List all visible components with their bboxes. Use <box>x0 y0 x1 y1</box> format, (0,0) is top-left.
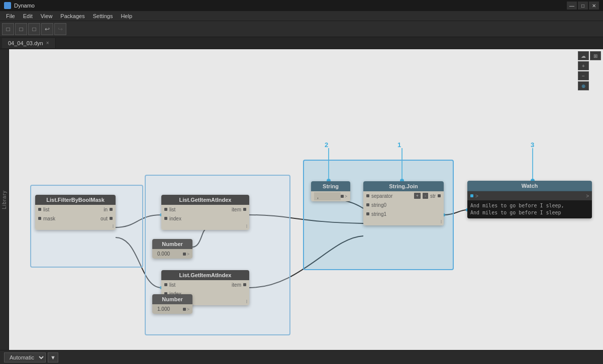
toolbar-save[interactable]: □ <box>28 23 40 35</box>
port-watch-in <box>470 194 473 197</box>
tab-bar: 04_04_03.dyn × <box>0 37 603 49</box>
window-controls[interactable]: — □ ✕ <box>567 2 599 10</box>
minimize-button[interactable]: — <box>567 2 577 10</box>
string-value[interactable]: , <box>314 192 341 200</box>
filter-footer: l <box>35 223 116 230</box>
canvas-zoom-in[interactable]: + <box>578 61 589 70</box>
string-value-row: , > <box>311 191 350 201</box>
index-2: 2 <box>325 141 328 149</box>
close-button[interactable]: ✕ <box>589 2 599 10</box>
stringjoin-s0-row: string0 <box>363 200 444 209</box>
stringjoin-plus-btn[interactable]: + <box>414 193 421 199</box>
stringjoin-sep-row: separator + - str <box>363 191 444 200</box>
number2-value[interactable]: 1.000 <box>155 305 183 313</box>
getitem1-list-in: list <box>164 207 175 212</box>
watch-out-arrow: > <box>586 193 589 199</box>
watch-out: > <box>586 193 589 199</box>
getitem1-row-index: index <box>161 214 249 223</box>
menu-settings[interactable]: Settings <box>89 12 117 20</box>
main-layout: Library ☁ ⊞ + − ⊕ <box>0 49 603 350</box>
canvas-fit[interactable]: ⊕ <box>578 81 589 90</box>
app-title: Dynamo <box>14 3 35 9</box>
menu-edit[interactable]: Edit <box>19 12 37 20</box>
stringjoin-s1-row: string1 <box>363 209 444 218</box>
getitem2-list-label: list <box>169 282 175 288</box>
toolbar-redo[interactable]: ↪ <box>54 23 66 35</box>
toolbar-open[interactable]: □ <box>15 23 27 35</box>
menu-help[interactable]: Help <box>117 12 136 20</box>
number1-body: 0.000 > <box>152 249 192 259</box>
canvas-controls: ☁ ⊞ + − ⊕ <box>578 51 601 90</box>
port-filter-mask-in <box>38 217 41 220</box>
node-filter-body: list in mask out <box>35 205 116 230</box>
stringjoin-s1-in: string1 <box>366 211 386 217</box>
stringjoin-header: String.Join <box>363 181 444 191</box>
getitem1-item-out: item <box>232 207 246 212</box>
number1-value[interactable]: 0.000 <box>155 250 183 258</box>
toolbar-undo[interactable]: ↩ <box>41 23 53 35</box>
getitem1-footer: l <box>161 223 249 230</box>
filter-list-label: list <box>43 207 49 212</box>
title-bar: Dynamo — □ ✕ <box>0 0 603 11</box>
filter-mask-label: mask <box>43 216 55 221</box>
maximize-button[interactable]: □ <box>578 2 588 10</box>
string-body: , > <box>311 191 350 201</box>
filter-input-mask: mask <box>38 216 55 221</box>
stringjoin-str-out: + - str <box>414 193 441 199</box>
filter-in-label: in <box>104 207 108 212</box>
stringjoin-body: separator + - str string0 <box>363 191 444 225</box>
node-number-1[interactable]: Number 0.000 > <box>152 239 192 259</box>
getitem2-row-list: list item <box>161 280 249 289</box>
menu-view[interactable]: View <box>37 12 57 20</box>
getitem2-item-out: item <box>232 282 246 288</box>
run-mode-dropdown[interactable]: Automatic <box>4 352 46 362</box>
getitem2-item-label: item <box>232 282 241 288</box>
filter-row-mask: mask out <box>35 214 116 223</box>
filter-out-label: out <box>100 216 108 221</box>
node-number-2[interactable]: Number 1.000 > <box>152 294 192 314</box>
menu-packages[interactable]: Packages <box>56 12 88 20</box>
tab-label: 04_04_03.dyn <box>8 40 43 46</box>
tab-main[interactable]: 04_04_03.dyn × <box>2 38 56 48</box>
port-filter-in-out <box>110 208 113 211</box>
stringjoin-minus-btn[interactable]: - <box>423 193 428 199</box>
port-stringjoin-str <box>438 194 441 197</box>
getitem1-index-in: index <box>164 216 181 221</box>
canvas[interactable]: ☁ ⊞ + − ⊕ <box>9 49 603 350</box>
number1-arrow[interactable]: > <box>187 252 189 257</box>
status-bar: Automatic ▼ <box>0 350 603 364</box>
node-watch[interactable]: Watch > > And miles to go before I sleep… <box>467 181 592 218</box>
port-stringjoin-s0 <box>366 203 369 206</box>
node-stringjoin[interactable]: String.Join separator + - str <box>363 181 444 225</box>
canvas-zoom-out[interactable]: − <box>578 71 589 80</box>
tab-close-button[interactable]: × <box>46 40 49 46</box>
index-1: 1 <box>397 141 401 149</box>
canvas-view-btn-2[interactable]: ⊞ <box>590 51 601 60</box>
sidebar-label: Library <box>2 190 7 209</box>
node-string[interactable]: String , > <box>311 181 350 201</box>
toolbar-new[interactable]: □ <box>2 23 14 35</box>
node-filter-by-bool-mask[interactable]: List.FilterByBoolMask list in mask <box>35 195 116 230</box>
getitem2-header: List.GetItemAtIndex <box>161 270 249 280</box>
port-number2-out <box>183 308 186 311</box>
stringjoin-s1-label: string1 <box>371 211 386 217</box>
number2-arrow[interactable]: > <box>187 307 189 312</box>
canvas-view-btn-1[interactable]: ☁ <box>578 51 589 60</box>
port-number1-out <box>183 253 186 256</box>
getitem1-item-label: item <box>232 207 241 212</box>
string-arrow[interactable]: > <box>345 194 347 199</box>
getitem1-row-list: list item <box>161 205 249 214</box>
node-getitem-1[interactable]: List.GetItemAtIndex list item index <box>161 195 249 230</box>
port-stringjoin-s1 <box>366 212 369 215</box>
number2-header: Number <box>152 294 192 304</box>
stringjoin-str-label: str <box>430 193 436 199</box>
number2-value-row: 1.000 > <box>152 304 192 314</box>
watch-body: > > And miles to go before I sleep, And … <box>467 191 592 218</box>
port-stringjoin-sep <box>366 194 369 197</box>
port-string-out <box>341 195 344 198</box>
menu-file[interactable]: File <box>2 12 19 20</box>
number2-body: 1.000 > <box>152 304 192 314</box>
port-getitem2-list <box>164 283 167 286</box>
sidebar: Library <box>0 49 9 350</box>
run-mode-arrow[interactable]: ▼ <box>48 352 58 362</box>
